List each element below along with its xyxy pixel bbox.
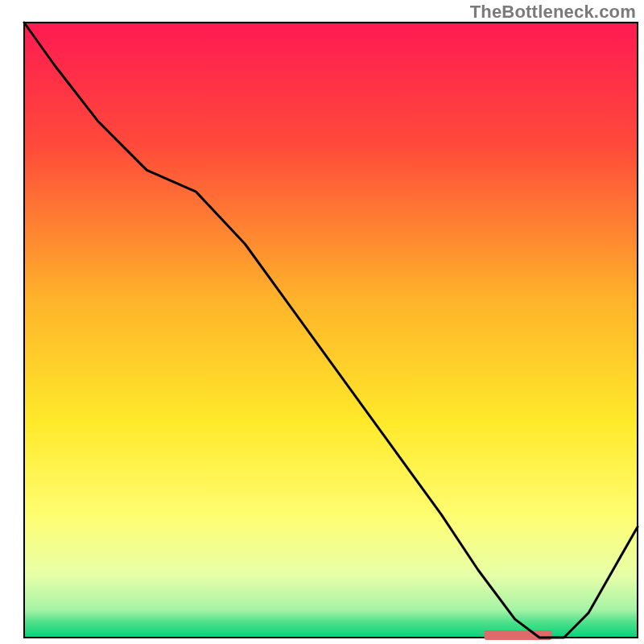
chart-frame: TheBottleneck.com (0, 0, 644, 644)
bottleneck-chart (0, 0, 644, 644)
plot-background (24, 23, 638, 638)
